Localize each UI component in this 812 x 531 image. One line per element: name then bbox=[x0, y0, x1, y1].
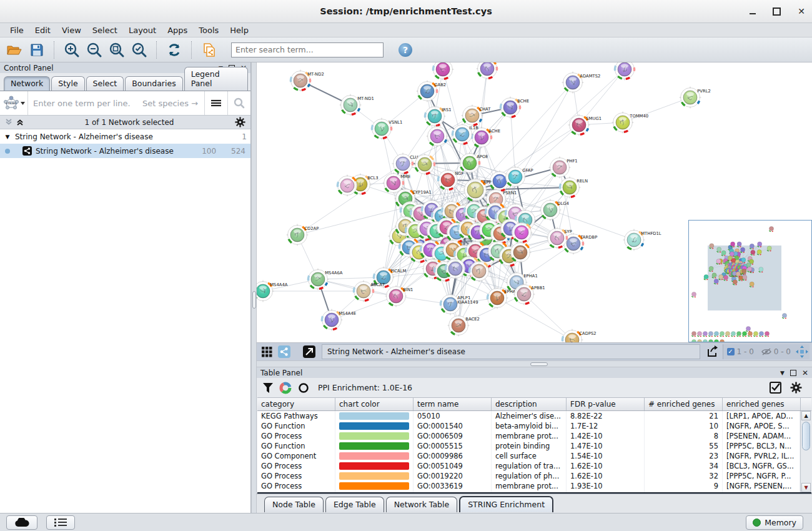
tab-network-table[interactable]: Network Table bbox=[386, 497, 458, 512]
network-view[interactable]: MT-ND2MT-ND1VSNL1GAB2IRS1CHATBCHEACHEIL1… bbox=[257, 62, 812, 343]
search-options-icon[interactable] bbox=[204, 91, 227, 115]
network-collection-row[interactable]: ▼ String Network - Alzheimer's disease 1 bbox=[0, 129, 250, 144]
copy-network-icon[interactable] bbox=[200, 41, 219, 59]
network-node-smug1[interactable]: SMUG1 bbox=[568, 114, 602, 136]
menu-help[interactable]: Help bbox=[225, 24, 254, 36]
column-header--enriched-genes[interactable]: # enriched genes bbox=[645, 398, 723, 410]
network-node-tomm40[interactable]: TOMM40 bbox=[612, 112, 649, 134]
panel-close-icon[interactable]: ✕ bbox=[802, 369, 808, 377]
network-node-bche[interactable]: BCHE bbox=[500, 97, 529, 119]
network-node-mt-nd1[interactable]: MT-ND1 bbox=[340, 94, 374, 116]
tab-network[interactable]: Network bbox=[4, 76, 50, 91]
panel-float-icon[interactable] bbox=[790, 370, 796, 376]
column-header-fdr-p-value[interactable]: FDR p-value bbox=[567, 398, 645, 410]
vertical-splitter[interactable] bbox=[251, 62, 257, 513]
tab-edge-table[interactable]: Edge Table bbox=[325, 497, 384, 512]
tab-select[interactable]: Select bbox=[86, 76, 124, 91]
network-node-ms4a6a[interactable]: MS4A6A bbox=[307, 269, 343, 290]
tab-style[interactable]: Style bbox=[51, 76, 84, 91]
tab-boundaries[interactable]: Boundaries bbox=[125, 76, 182, 91]
minimize-button[interactable] bbox=[750, 9, 756, 14]
menu-edit[interactable]: Edit bbox=[30, 24, 56, 36]
tab-node-table[interactable]: Node Table bbox=[264, 497, 324, 512]
network-node-epha5[interactable]: EPHA5 bbox=[487, 287, 518, 309]
ring-chart-icon[interactable] bbox=[298, 382, 309, 394]
table-row[interactable]: GO FunctionGO:0005515protein binding1.47… bbox=[257, 441, 800, 451]
table-row[interactable]: GO FunctionGO:0001540beta-amyloid bi...1… bbox=[257, 421, 800, 431]
table-row[interactable]: GO ProcessGO:0019220regulation of ph...1… bbox=[257, 471, 800, 481]
zoom-selected-icon[interactable] bbox=[130, 41, 149, 59]
menu-select[interactable]: Select bbox=[87, 24, 122, 36]
open-in-window-icon[interactable] bbox=[302, 344, 317, 359]
network-node-chat[interactable]: CHAT bbox=[462, 105, 492, 127]
string-query-input[interactable] bbox=[28, 99, 204, 108]
column-header-chart-color[interactable]: chart color bbox=[335, 398, 413, 410]
tab-legend-panel[interactable]: Legend Panel bbox=[184, 67, 248, 91]
table-row[interactable]: GO ProcessGO:0006509membrane prot...1.42… bbox=[257, 431, 800, 441]
menu-apps[interactable]: Apps bbox=[162, 24, 192, 36]
network-node-aplp1[interactable]: APLP1KIAA1149 bbox=[440, 294, 478, 315]
network-node-cadps2[interactable]: CADPS2 bbox=[562, 329, 597, 343]
horizontal-splitter[interactable] bbox=[257, 360, 812, 367]
tree-expand-icon[interactable]: ▼ bbox=[4, 134, 11, 140]
menu-view[interactable]: View bbox=[57, 24, 86, 36]
network-node-adamts2[interactable]: ADAMTS2 bbox=[562, 72, 601, 94]
zoom-out-icon[interactable] bbox=[85, 41, 104, 59]
selected-nodes-checkbox-icon[interactable]: ✓ bbox=[727, 348, 735, 355]
table-row[interactable]: GO ProcessGO:0051049regulation of tra...… bbox=[257, 461, 800, 471]
network-node-ms4a4e[interactable]: MS4A4E bbox=[321, 309, 357, 331]
table-scrollbar[interactable]: ▲ ▼ bbox=[800, 411, 811, 492]
network-options-gear-icon[interactable] bbox=[235, 117, 245, 127]
table-row[interactable]: KEGG Pathways05010Alzheimer's dise...8.8… bbox=[257, 411, 800, 421]
tab-string-enrichment[interactable]: STRING Enrichment bbox=[459, 496, 553, 512]
filter-icon[interactable] bbox=[263, 383, 273, 393]
cloud-tasks-button[interactable] bbox=[6, 515, 37, 530]
grid-view-icon[interactable] bbox=[259, 344, 274, 359]
zoom-in-icon[interactable] bbox=[62, 41, 81, 59]
column-header-category[interactable]: category bbox=[257, 398, 335, 410]
table-row[interactable]: GO ProcessGO:0050435beta-amyloid m...2.0… bbox=[257, 491, 800, 492]
network-node-vsnl1[interactable]: VSNL1 bbox=[371, 118, 403, 140]
network-node-dlg4[interactable]: DLG4 bbox=[540, 199, 569, 221]
network-node[interactable] bbox=[477, 62, 498, 80]
expand-all-icon[interactable] bbox=[16, 119, 24, 126]
network-node-mthfd1l[interactable]: MTHFD1L bbox=[623, 229, 661, 251]
navigator-compass-icon[interactable] bbox=[795, 344, 810, 359]
network-node-gab2[interactable]: GAB2 bbox=[417, 81, 447, 102]
refresh-icon[interactable] bbox=[165, 41, 184, 59]
column-header-enriched-genes[interactable]: enriched genes bbox=[723, 398, 801, 410]
network-node[interactable] bbox=[432, 62, 454, 81]
network-node-cd2ap[interactable]: CD2AP bbox=[287, 224, 319, 246]
network-node-mt-nd2[interactable]: MT-ND2 bbox=[290, 70, 324, 92]
panel-menu-icon[interactable]: ▼ bbox=[780, 370, 785, 376]
scroll-down-icon[interactable]: ▼ bbox=[801, 483, 811, 492]
table-settings-gear-icon[interactable] bbox=[790, 382, 802, 394]
network-node-phf1[interactable]: PHF1 bbox=[549, 157, 578, 179]
close-button[interactable]: ✕ bbox=[797, 7, 806, 16]
share-network-icon[interactable] bbox=[277, 344, 292, 359]
network-node-abca7[interactable]: ABCA7 bbox=[353, 280, 385, 302]
table-row[interactable]: GO ComponentGO:0009986cell surface1.54E-… bbox=[257, 451, 800, 461]
table-row[interactable]: GO ProcessGO:0033619membrane prot...1.93… bbox=[257, 481, 800, 491]
scroll-up-icon[interactable]: ▲ bbox=[801, 411, 811, 420]
select-rows-checkbox-icon[interactable] bbox=[770, 382, 781, 394]
zoom-fit-icon[interactable] bbox=[107, 41, 126, 59]
save-session-icon[interactable] bbox=[27, 41, 46, 59]
menu-file[interactable]: File bbox=[5, 24, 29, 36]
export-network-icon[interactable] bbox=[705, 344, 720, 359]
column-header-description[interactable]: description bbox=[492, 398, 567, 410]
memory-button[interactable]: Memory bbox=[746, 515, 803, 530]
network-row[interactable]: String Network - Alzheimer's disease 100… bbox=[0, 144, 250, 158]
maximize-button[interactable] bbox=[773, 7, 781, 16]
task-list-button[interactable] bbox=[46, 515, 75, 530]
collapse-all-icon[interactable] bbox=[5, 119, 12, 126]
birds-eye-view[interactable] bbox=[688, 220, 812, 342]
search-submit-icon[interactable] bbox=[227, 91, 250, 115]
splitter-handle[interactable] bbox=[252, 291, 256, 309]
open-session-icon[interactable] bbox=[5, 41, 24, 59]
global-search-input[interactable] bbox=[231, 42, 384, 57]
scrollbar-thumb[interactable] bbox=[802, 422, 810, 450]
menu-tools[interactable]: Tools bbox=[194, 24, 224, 36]
help-icon[interactable]: ? bbox=[396, 41, 415, 59]
splitter-handle[interactable] bbox=[530, 362, 548, 366]
